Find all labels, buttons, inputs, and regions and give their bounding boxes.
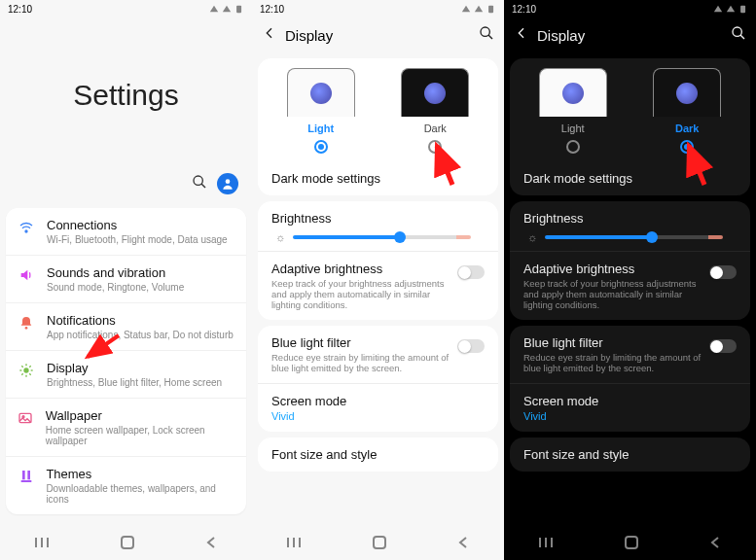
row-title: Font size and style <box>523 447 737 462</box>
brightness-slider[interactable]: ☼ <box>545 235 723 239</box>
svg-point-34 <box>733 27 741 36</box>
svg-rect-0 <box>236 6 241 14</box>
brightness-slider[interactable]: ☼ <box>293 235 471 239</box>
item-title: Display <box>47 361 222 375</box>
panel-display-light: 12:10 Display Light Dark <box>252 0 504 560</box>
font-size-row[interactable]: Font size and style <box>510 438 750 472</box>
toggle-off[interactable] <box>709 339 737 353</box>
recents-button[interactable] <box>34 536 52 553</box>
brightness-row: Brightness ☼ <box>510 201 750 251</box>
row-title: Screen mode <box>271 394 485 408</box>
mode-dark[interactable]: Dark <box>378 68 493 154</box>
light-thumb <box>539 68 607 117</box>
settings-item-themes[interactable]: Themes Downloadable themes, wallpapers, … <box>6 456 246 514</box>
svg-line-11 <box>21 366 22 367</box>
row-title: Dark mode settings <box>523 171 737 186</box>
svg-line-12 <box>29 373 30 374</box>
home-button[interactable] <box>120 535 135 554</box>
recents-button[interactable] <box>286 536 304 553</box>
svg-rect-18 <box>22 471 25 479</box>
mode-light[interactable]: Light <box>516 68 630 154</box>
status-time: 12:10 <box>260 4 284 15</box>
font-section: Font size and style <box>258 438 498 472</box>
home-button[interactable] <box>624 535 639 554</box>
settings-item-display[interactable]: Display Brightness, Blue light filter, H… <box>6 350 246 398</box>
status-bar: 12:10 <box>504 0 756 18</box>
image-icon <box>18 408 34 426</box>
svg-line-14 <box>29 366 30 367</box>
font-size-row[interactable]: Font size and style <box>258 438 498 472</box>
font-section: Font size and style <box>510 438 750 472</box>
status-icons <box>461 4 496 14</box>
blue-light-filter-row[interactable]: Blue light filter Reduce eye strain by l… <box>510 326 750 383</box>
svg-point-1 <box>194 176 202 185</box>
back-button[interactable] <box>456 536 470 553</box>
bell-icon <box>18 313 35 331</box>
brightness-row: Brightness ☼ <box>258 201 498 251</box>
svg-point-5 <box>25 327 28 330</box>
adaptive-brightness-row[interactable]: Adaptive brightness Keep track of your b… <box>258 251 498 320</box>
svg-line-27 <box>488 35 492 39</box>
light-thumb <box>287 68 355 117</box>
item-title: Notifications <box>47 313 234 328</box>
brightness-min-icon: ☼ <box>275 231 285 243</box>
mode-label: Dark <box>378 122 493 134</box>
mode-dark[interactable]: Dark <box>630 68 745 154</box>
system-nav-bar <box>252 529 504 560</box>
mode-light[interactable]: Light <box>264 68 378 154</box>
back-icon[interactable] <box>262 25 277 45</box>
svg-rect-24 <box>122 537 133 548</box>
search-icon[interactable] <box>192 174 207 193</box>
app-bar: Display <box>504 18 756 52</box>
account-avatar[interactable] <box>217 173 238 194</box>
status-time: 12:10 <box>512 4 536 15</box>
toggle-off[interactable] <box>457 265 485 279</box>
palette-icon <box>18 467 34 484</box>
status-bar: 12:10 <box>0 0 252 18</box>
toggle-off[interactable] <box>709 265 737 279</box>
radio-selected[interactable] <box>314 140 328 154</box>
app-bar: Display <box>252 18 504 52</box>
row-title: Adaptive brightness <box>523 262 709 276</box>
settings-item-connections[interactable]: Connections Wi-Fi, Bluetooth, Flight mod… <box>6 208 246 255</box>
svg-line-35 <box>740 35 744 39</box>
screen-mode-row[interactable]: Screen mode Vivid <box>258 383 498 432</box>
blue-light-filter-row[interactable]: Blue light filter Reduce eye strain by l… <box>258 326 498 383</box>
adaptive-brightness-row[interactable]: Adaptive brightness Keep track of your b… <box>510 251 750 320</box>
recents-button[interactable] <box>538 536 556 553</box>
page-title: Display <box>537 27 585 44</box>
back-button[interactable] <box>204 536 218 553</box>
screen-mode-row[interactable]: Screen mode Vivid <box>510 383 750 432</box>
status-time: 12:10 <box>8 4 32 15</box>
status-icons <box>209 4 244 14</box>
settings-item-wallpaper[interactable]: Wallpaper Home screen wallpaper, Lock sc… <box>6 398 246 456</box>
svg-rect-32 <box>374 537 385 548</box>
item-sub: Brightness, Blue light filter, Home scre… <box>47 377 222 388</box>
settings-item-sounds[interactable]: Sounds and vibration Sound mode, Rington… <box>6 255 246 302</box>
sun-icon <box>18 361 35 378</box>
home-button[interactable] <box>372 535 387 554</box>
wifi-icon <box>18 218 35 235</box>
svg-point-26 <box>481 27 489 36</box>
row-title: Brightness <box>523 211 737 226</box>
settings-item-notifications[interactable]: Notifications App notifications, Status … <box>6 302 246 350</box>
system-nav-bar <box>504 529 756 560</box>
back-icon[interactable] <box>514 25 529 45</box>
row-desc: Reduce eye strain by limiting the amount… <box>523 352 709 373</box>
svg-rect-25 <box>488 6 493 14</box>
dark-mode-settings-row[interactable]: Dark mode settings <box>258 161 498 195</box>
status-bar: 12:10 <box>252 0 504 18</box>
radio-unselected[interactable] <box>566 140 580 154</box>
brightness-section: Brightness ☼ Adaptive brightness Keep tr… <box>510 201 750 320</box>
radio-unselected[interactable] <box>428 140 442 154</box>
svg-point-6 <box>23 368 28 372</box>
toggle-off[interactable] <box>457 339 485 353</box>
search-icon[interactable] <box>731 25 746 45</box>
radio-selected[interactable] <box>680 140 694 154</box>
item-sub: Downloadable themes, wallpapers, and ico… <box>46 483 234 505</box>
mode-label: Light <box>516 122 630 134</box>
search-icon[interactable] <box>479 25 494 45</box>
back-button[interactable] <box>708 536 722 553</box>
brightness-section: Brightness ☼ Adaptive brightness Keep tr… <box>258 201 498 320</box>
dark-mode-settings-row[interactable]: Dark mode settings <box>510 161 750 195</box>
